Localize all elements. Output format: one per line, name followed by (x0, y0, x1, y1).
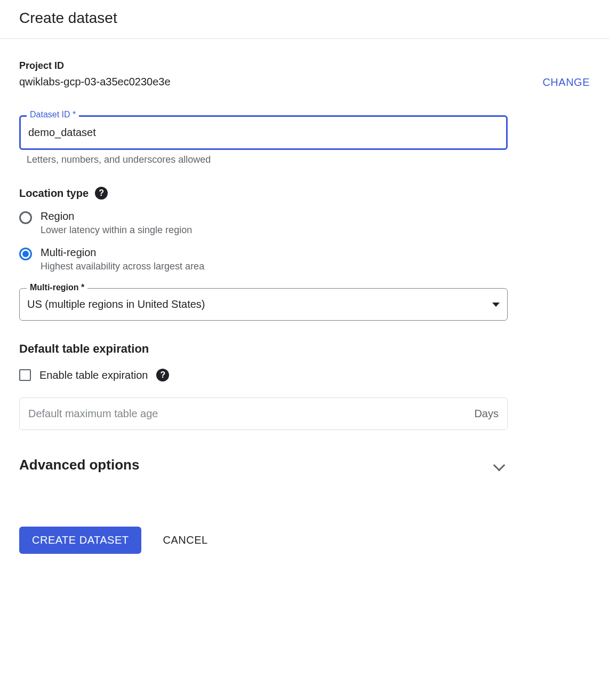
advanced-options-label: Advanced options (19, 457, 139, 473)
radio-multi-region[interactable]: Multi-region Highest availability across… (19, 246, 590, 272)
location-type-radio-group: Region Lower latency within a single reg… (19, 210, 590, 272)
multi-region-label: Multi-region * (27, 283, 87, 292)
radio-icon (19, 211, 32, 224)
enable-table-expiration-checkbox[interactable] (19, 369, 31, 381)
button-row: CREATE DATASET CANCEL (19, 527, 590, 554)
dataset-id-input[interactable] (19, 115, 508, 150)
location-type-label: Location type ? (19, 187, 108, 200)
dataset-id-label: Dataset ID * (27, 110, 79, 120)
enable-table-expiration-label: Enable table expiration (39, 369, 148, 381)
dataset-id-field: Dataset ID * (19, 115, 590, 150)
radio-multi-region-label: Multi-region (41, 246, 204, 259)
table-expiration-heading: Default table expiration (19, 342, 590, 356)
create-dataset-button[interactable]: CREATE DATASET (19, 527, 141, 554)
help-icon[interactable]: ? (156, 369, 169, 381)
project-id-row: Project ID qwiklabs-gcp-03-a35ec0230e3e … (19, 60, 590, 89)
table-age-placeholder: Default maximum table age (28, 408, 158, 420)
project-id-block: Project ID qwiklabs-gcp-03-a35ec0230e3e (19, 60, 171, 88)
advanced-options-toggle[interactable]: Advanced options (19, 457, 508, 473)
radio-region-label: Region (41, 210, 192, 222)
radio-region[interactable]: Region Lower latency within a single reg… (19, 210, 590, 236)
multi-region-select[interactable]: US (multiple regions in United States) (19, 288, 508, 321)
change-project-button[interactable]: CHANGE (542, 76, 590, 89)
dataset-id-helper: Letters, numbers, and underscores allowe… (27, 154, 590, 165)
enable-table-expiration-row: Enable table expiration ? (19, 369, 590, 381)
radio-multi-region-desc: Highest availability across largest area (41, 261, 204, 272)
page-title: Create dataset (19, 10, 590, 27)
table-age-field[interactable]: Default maximum table age Days (19, 397, 508, 430)
create-dataset-panel: Create dataset Project ID qwiklabs-gcp-0… (0, 0, 609, 554)
dropdown-icon (492, 303, 500, 307)
chevron-down-icon (493, 459, 506, 471)
panel-content: Project ID qwiklabs-gcp-03-a35ec0230e3e … (0, 39, 609, 554)
project-id-label: Project ID (19, 60, 171, 71)
multi-region-value: US (multiple regions in United States) (27, 298, 205, 311)
panel-header: Create dataset (0, 0, 609, 39)
multi-region-field: Multi-region * US (multiple regions in U… (19, 288, 508, 321)
radio-region-desc: Lower latency within a single region (41, 225, 192, 236)
cancel-button[interactable]: CANCEL (163, 534, 207, 546)
table-age-suffix: Days (474, 408, 499, 420)
project-id-value: qwiklabs-gcp-03-a35ec0230e3e (19, 76, 171, 88)
radio-icon (19, 248, 32, 260)
help-icon[interactable]: ? (95, 187, 108, 200)
